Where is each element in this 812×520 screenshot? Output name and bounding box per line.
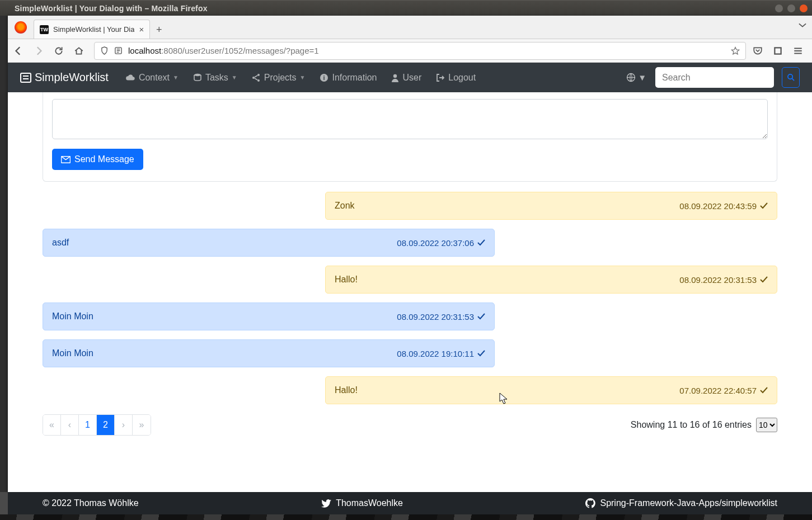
minimize-icon[interactable] — [775, 4, 783, 12]
close-window-icon[interactable] — [800, 4, 808, 12]
os-titlebar: SimpleWorklist | Your Dialog with – Mozi… — [0, 0, 812, 16]
window-title: SimpleWorklist | Your Dialog with – Mozi… — [15, 4, 208, 13]
window-controls — [775, 4, 808, 12]
maximize-icon[interactable] — [787, 4, 795, 12]
